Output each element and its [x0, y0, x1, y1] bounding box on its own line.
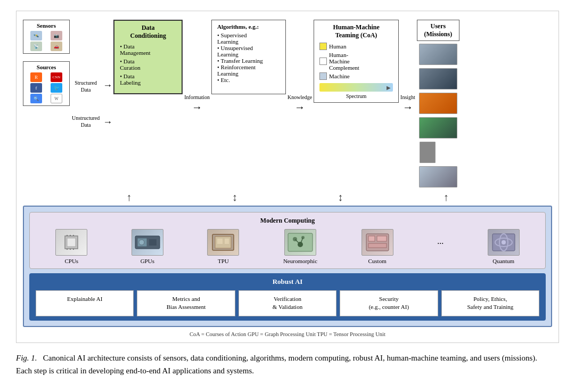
robust-item-3: Verification& Validation	[239, 290, 336, 316]
svg-rect-10	[149, 239, 157, 246]
facebook-icon: f	[30, 83, 42, 93]
outer-computing-wrap: Modern Computing	[23, 206, 552, 327]
robust-ai-title: Robust AI	[36, 277, 539, 286]
search-icon: 🔍	[30, 94, 42, 103]
machine-label: Machine	[329, 73, 349, 79]
computing-items: CPUs GPUs	[36, 229, 539, 264]
structured-data-label: StructuredData	[72, 79, 100, 93]
computing-item-tpu: TPU	[207, 229, 239, 264]
insight-label: Insight	[400, 94, 415, 100]
algo-items: SupervisedLearning UnsupervisedLearning …	[217, 32, 280, 83]
quantum-icon	[488, 229, 520, 256]
algo-item-3: Transfer Learning	[217, 58, 280, 64]
hmt-legend-human: Human	[319, 43, 393, 50]
hmt-legend-hmc: Human-MachineComplement	[319, 52, 393, 71]
algorithms-box: Algorithms, e.g.: SupervisedLearning Uns…	[211, 20, 286, 94]
cpu-icon	[55, 229, 87, 256]
cnn-icon: CNN	[51, 72, 62, 82]
dc-items: DataManagement DataCuration DataLabeling	[120, 43, 176, 86]
modern-computing-title: Modern Computing	[36, 217, 539, 225]
svg-point-29	[502, 240, 506, 244]
vert-arrow-3: ↕	[338, 191, 343, 203]
neuro-icon	[284, 229, 316, 256]
computing-item-cpu: CPUs	[55, 229, 87, 264]
svg-point-11	[139, 240, 144, 245]
algo-item-5: Etc.	[217, 77, 280, 83]
diagram-container: Sensors 🛰️ 📷 📡 🚗 Sources R CNN f 🐦 🔍	[16, 11, 559, 343]
svg-rect-24	[377, 236, 387, 241]
users-col: Users(Missions)	[417, 20, 459, 188]
computing-item-custom: Custom	[362, 229, 393, 264]
quantum-label: Quantum	[492, 258, 514, 264]
svg-rect-25	[368, 243, 387, 248]
user-img-3	[419, 93, 457, 114]
dc-title: DataConditioning	[120, 24, 176, 40]
arrow-insight: →	[402, 101, 413, 113]
insight-arrow-col: Insight →	[400, 94, 415, 113]
neuro-label: Neuromorphic	[283, 258, 317, 264]
robust-ai-section: Robust AI Explainable AI Metrics andBias…	[29, 273, 546, 321]
reddit-icon: R	[30, 72, 42, 82]
human-label: Human	[329, 43, 346, 50]
unstructured-data-label: UnstructuredData	[72, 115, 100, 128]
svg-rect-14	[217, 239, 223, 244]
robust-items: Explainable AI Metrics andBias Assessmen…	[36, 290, 539, 316]
satellite-icon: 🛰️	[30, 31, 42, 40]
users-title: Users(Missions)	[417, 20, 459, 41]
diagram-footer: CoA = Courses of Action GPU = Graph Proc…	[23, 331, 552, 337]
hmc-color-box	[319, 58, 327, 65]
cpu-label: CPUs	[64, 258, 78, 264]
human-color-box	[319, 43, 327, 50]
robust-item-1: Explainable AI	[36, 290, 134, 316]
computing-item-neuro: Neuromorphic	[283, 229, 317, 264]
sources-box: Sources R CNN f 🐦 🔍 W	[23, 61, 70, 106]
ellipsis: ...	[437, 236, 443, 246]
knowledge-label: Knowledge	[288, 94, 312, 100]
algo-item-2: UnsupervisedLearning	[217, 45, 280, 58]
svg-rect-23	[368, 236, 375, 241]
user-img-5	[420, 142, 436, 163]
arrow-information: →	[192, 101, 202, 113]
knowledge-arrow-col: Knowledge →	[288, 94, 312, 113]
gpu-icon	[132, 229, 163, 256]
data-conditioning-box: DataConditioning DataManagement DataCura…	[113, 20, 183, 94]
algo-item-4: ReinforcementLearning	[217, 64, 280, 77]
gpu-label: GPUs	[141, 258, 154, 264]
vert-arrows-row: ↑ ↕ ↕ ↑	[71, 191, 504, 203]
dc-item-3: DataLabeling	[120, 73, 176, 86]
sensors-icons: 🛰️ 📷 📡 🚗	[27, 31, 66, 51]
user-img-4	[419, 117, 457, 138]
camera-icon: 📷	[51, 31, 62, 40]
computing-item-gpu: GPUs	[132, 229, 163, 264]
vert-arrow-4: ↑	[443, 191, 449, 203]
arrow-knowledge: →	[294, 101, 305, 113]
vert-arrow-1: ↑	[126, 191, 132, 203]
user-img-2	[419, 68, 457, 89]
computing-item-quantum: Quantum	[488, 229, 520, 264]
tpu-icon	[207, 229, 239, 256]
custom-icon	[362, 229, 393, 256]
radar-icon: 📡	[30, 42, 42, 51]
car-icon: 🚗	[51, 42, 62, 51]
arrow-to-dc-2: →	[103, 117, 112, 128]
hmt-title: Human-MachineTeaming (CoA)	[319, 23, 393, 39]
svg-rect-15	[225, 239, 229, 244]
robust-item-4: Security(e.g., counter AI)	[340, 290, 438, 316]
dc-item-2: DataCuration	[120, 58, 176, 71]
fig-label: Fig. 1.	[16, 354, 37, 362]
caption-text: Canonical AI architecture consists of se…	[16, 354, 537, 375]
dc-item-1: DataManagement	[120, 43, 176, 56]
sources-title: Sources	[27, 64, 66, 70]
arrow-to-dc-1: →	[103, 80, 112, 91]
user-img-1	[419, 44, 457, 65]
robust-item-5: Policy, Ethics,Safety and Training	[441, 290, 539, 316]
hmt-legend-machine: Machine	[319, 72, 393, 80]
sensors-box: Sensors 🛰️ 📷 📡 🚗	[23, 20, 70, 54]
wiki-icon: W	[51, 94, 62, 103]
robust-item-2: Metrics andBias Assessment	[137, 290, 235, 316]
vert-arrow-2: ↕	[232, 191, 237, 203]
spectrum-arrow	[319, 83, 393, 92]
sources-icons: R CNN f 🐦 🔍 W	[27, 72, 66, 103]
tpu-label: TPU	[218, 258, 229, 264]
hmc-label: Human-MachineComplement	[329, 52, 359, 71]
